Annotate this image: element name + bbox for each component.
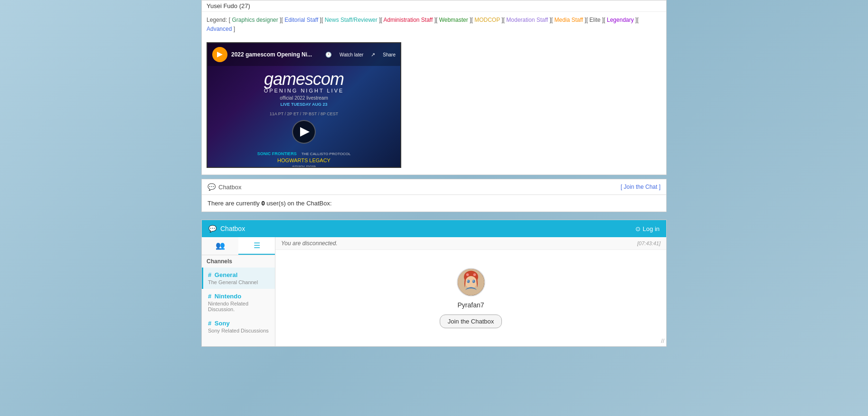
yusei-line: Yusei Fudo (27) [202,0,666,12]
chatbox-main-header: 💬 Chatbox ⊙ Log in [202,220,666,237]
channels-icon: ☰ [254,241,260,250]
chatbox-main-title: 💬 Chatbox [208,225,245,232]
chatbox-main-title-text: Chatbox [220,225,245,232]
channels-sidebar: 👥 ☰ Channels # General The General Chann… [202,237,275,346]
svg-point-5 [467,281,468,282]
login-icon: ⊙ [635,225,641,232]
status-prefix: There are currently [208,200,260,207]
channel-sony-name: # Sony [208,320,270,327]
svg-point-7 [466,274,469,277]
status-suffix: user(s) on the ChatBox: [266,200,331,207]
legend-bar: Legend: [ Graphics designer ][ Editorial… [202,12,666,37]
login-link[interactable]: ⊙ Log in [635,225,660,232]
chatbox-title-text: Chatbox [218,184,241,191]
channels-label: Channels [202,255,275,268]
chatbox-body: 👥 ☰ Channels # General The General Chann… [202,237,666,346]
disconnected-text: You are disconnected. [281,240,338,247]
chatbox-header: 💬 Chatbox [ Join the Chat ] [202,179,666,195]
gamescom-logo: gamescom [264,71,344,88]
legend-elite[interactable]: Elite [589,17,602,23]
video-section: 2022 gamescom Opening Ni... 🕐 Watch late… [202,37,666,175]
svg-point-3 [467,280,470,283]
svg-point-6 [472,281,473,282]
channel-nintendo[interactable]: # Nintendo Nintendo Related Discussion. [202,289,275,316]
hogwarts-logo: HOGWARTS LEGACY [277,157,330,163]
legend-admin[interactable]: Administration Staff [383,17,434,23]
share-icon[interactable]: ↗ [371,52,375,58]
avatar-svg [458,268,484,296]
video-content: gamescom opening night live official 202… [208,66,400,168]
video-title: 2022 gamescom Opening Ni... [231,51,312,58]
chat-icon: 💬 [208,183,216,191]
live-text: LIVE TUESDAY AUG 23 [280,102,327,107]
channel-general[interactable]: # General The General Channel [202,268,275,289]
legend-moderation[interactable]: Moderation Staff [506,17,549,23]
chatbox-main-panel: 💬 Chatbox ⊙ Log in 👥 ☰ Channe [201,220,667,347]
official-text: official 2022 livestream [280,95,328,101]
legend-legendary[interactable]: Legendary [607,17,635,23]
video-embed[interactable]: 2022 gamescom Opening Ni... 🕐 Watch late… [207,42,401,168]
legend-label: Legend: [ [207,17,230,23]
svg-point-4 [472,280,475,283]
legend-advanced[interactable]: Advanced [207,26,234,32]
sidebar-tabs: 👥 ☰ [202,237,275,255]
users-tab[interactable]: 👥 [202,237,238,255]
youtube-logo [212,47,227,62]
video-controls: 🕐 Watch later ↗ Share [325,52,396,58]
legend-editorial[interactable]: Editorial Staff [284,17,320,23]
avatar [457,268,485,296]
plus-more: +many more [292,164,316,168]
channel-nintendo-desc: Nintendo Related Discussion. [208,301,270,312]
legend-news[interactable]: News Staff/Reviewer [325,17,379,23]
chatbox-status-panel: 💬 Chatbox [ Join the Chat ] There are cu… [201,179,667,212]
hash-icon: # [208,271,211,278]
share-label[interactable]: Share [383,52,396,57]
disconnected-bar: You are disconnected. [07:43:41] [275,237,666,250]
chat-area: You are disconnected. [07:43:41] [275,237,666,346]
join-chat-link[interactable]: [ Join the Chat ] [621,184,660,190]
login-label: Log in [643,225,660,232]
watch-later-icon[interactable]: 🕐 [325,52,332,58]
hash-icon-3: # [208,320,211,327]
callisto-logo: THE CALLISTO PROTOCOL [302,152,351,156]
live-times: 11A PT / 2P ET / 7P BST / 8P CEST [270,111,339,116]
legend-webmaster[interactable]: Webmaster [439,17,470,23]
channel-sony[interactable]: # Sony Sony Related Discussions [202,316,275,337]
game-logos: SONIC FRONTIERS THE CALLISTO PROTOCOL [257,151,351,156]
legend-modcop[interactable]: MODCOP [474,17,501,23]
resize-handle[interactable]: // [661,338,664,344]
yusei-text: Yusei Fudo (27) [207,2,250,9]
gamescom-subtitle: opening night live [264,88,344,93]
user-count: 0 [261,200,264,207]
channel-sony-desc: Sony Related Discussions [208,328,270,333]
join-chatbox-button[interactable]: Join the Chatbox [440,314,502,328]
svg-point-8 [473,274,476,277]
channel-general-name: # General [208,271,270,278]
chatbox-chat-icon: 💬 [208,225,217,232]
chatbox-title: 💬 Chatbox [208,183,241,191]
legend-graphics[interactable]: Graphics designer [232,17,280,23]
legend-media[interactable]: Media Staff [554,17,585,23]
channel-nintendo-name: # Nintendo [208,293,270,300]
svg-point-2 [465,276,476,288]
play-button[interactable] [292,120,316,144]
channel-general-desc: The General Channel [208,279,270,285]
hash-icon-2: # [208,293,211,300]
watch-later-label[interactable]: Watch later [340,52,363,57]
sonic-logo: SONIC FRONTIERS [257,151,297,156]
chat-content: Pyrafan7 Join the Chatbox [275,250,666,346]
channels-tab[interactable]: ☰ [238,237,275,255]
username-display: Pyrafan7 [457,301,484,309]
timestamp: [07:43:41] [637,240,660,246]
chatbox-status-text: There are currently 0 user(s) on the Cha… [202,195,666,212]
users-icon: 👥 [216,241,225,250]
